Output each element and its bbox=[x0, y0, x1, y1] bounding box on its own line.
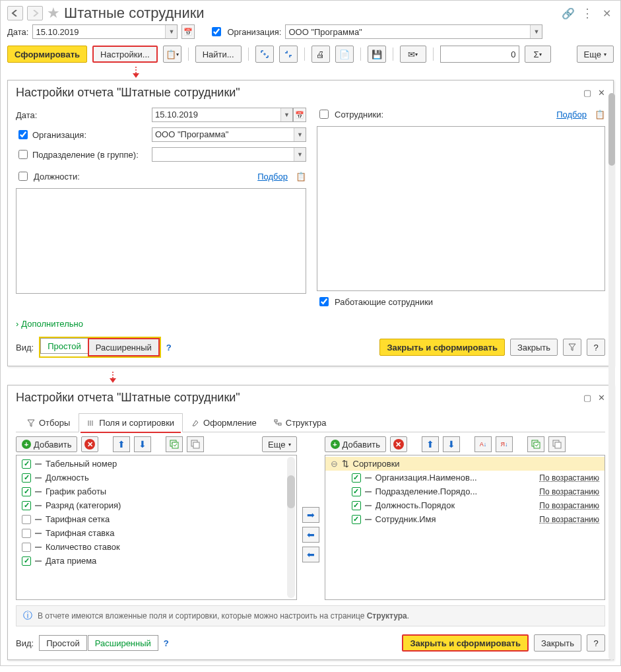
sort-move-up-button[interactable]: ⬆ bbox=[422, 436, 439, 452]
close-and-form-button[interactable]: Закрыть и сформировать bbox=[402, 634, 529, 652]
delete-field-button[interactable]: ✕ bbox=[81, 436, 98, 452]
checkbox-icon[interactable]: ✓ bbox=[22, 501, 31, 510]
working-checkbox[interactable] bbox=[319, 297, 329, 306]
field-item[interactable]: Количество ставок bbox=[16, 540, 296, 554]
help-button[interactable]: ? bbox=[166, 343, 172, 353]
tab-structure[interactable]: Структура bbox=[265, 413, 335, 432]
p1-employees-checkbox[interactable] bbox=[319, 110, 329, 119]
fields-listbox[interactable]: ✓Табельный номер✓Должность✓График работы… bbox=[16, 455, 297, 600]
nav-forward-button[interactable] bbox=[27, 6, 43, 20]
save-button[interactable]: 💾 bbox=[368, 46, 386, 63]
employees-textarea[interactable] bbox=[317, 126, 605, 291]
collapse-icon[interactable]: ⊖ bbox=[331, 459, 338, 469]
mail-button[interactable]: ✉▾ bbox=[400, 46, 426, 63]
help-icon-button[interactable]: ? bbox=[587, 339, 605, 356]
delete-sort-button[interactable]: ✕ bbox=[390, 436, 407, 452]
view-simple-tab[interactable]: Простой bbox=[40, 338, 88, 354]
maximize-icon[interactable]: ▢ bbox=[583, 393, 591, 403]
move-right-button[interactable]: ➡ bbox=[302, 507, 319, 523]
uncheck-all-button[interactable] bbox=[187, 436, 204, 452]
field-item[interactable]: ✓Табельный номер bbox=[16, 457, 296, 471]
more-button[interactable]: Еще▾ bbox=[577, 46, 614, 63]
expand-button[interactable] bbox=[255, 46, 274, 63]
move-all-left-button[interactable]: ⬅ bbox=[302, 547, 319, 562]
tab-format[interactable]: Оформление bbox=[183, 413, 265, 432]
sort-item[interactable]: ✓Должность.ПорядокПо возрастанию bbox=[325, 498, 605, 512]
form-button[interactable]: Сформировать bbox=[7, 46, 87, 63]
checkbox-icon[interactable]: ✓ bbox=[352, 501, 361, 510]
move-down-button[interactable]: ⬇ bbox=[134, 436, 151, 452]
sorts-listbox[interactable]: ⊖⇅Сортировки✓Организация.Наименов...По в… bbox=[325, 455, 606, 600]
window-close-button[interactable]: ✕ bbox=[600, 7, 614, 20]
p1-org-input[interactable]: ООО "Программа"▼ bbox=[152, 127, 306, 142]
calendar-button[interactable]: 📅 bbox=[293, 108, 306, 122]
find-button[interactable]: Найти... bbox=[195, 46, 242, 63]
view-simple-tab[interactable]: Простой bbox=[39, 635, 87, 651]
print-button[interactable]: 🖨 bbox=[311, 46, 330, 63]
field-item[interactable]: ✓График работы bbox=[16, 485, 296, 498]
nav-back-button[interactable] bbox=[7, 6, 23, 20]
check-all-button[interactable] bbox=[166, 436, 183, 452]
view-extended-tab[interactable]: Расширенный bbox=[88, 635, 158, 651]
add-sort-button[interactable]: +Добавить bbox=[325, 436, 386, 452]
tab-filters[interactable]: Отборы bbox=[18, 413, 79, 432]
move-up-button[interactable]: ⬆ bbox=[113, 436, 130, 452]
copy-icon[interactable]: 📋 bbox=[595, 110, 605, 119]
checkbox-icon[interactable]: ✓ bbox=[22, 556, 31, 566]
field-item[interactable]: Тарифная сетка bbox=[16, 512, 296, 526]
employees-select-link[interactable]: Подбор bbox=[556, 110, 587, 119]
checkbox-icon[interactable] bbox=[22, 515, 31, 524]
dropdown-icon[interactable]: ▼ bbox=[530, 25, 542, 38]
p1-org-checkbox[interactable] bbox=[18, 130, 28, 139]
positions-select-link[interactable]: Подбор bbox=[257, 172, 288, 182]
sort-direction[interactable]: По возрастанию bbox=[539, 473, 599, 483]
field-item[interactable]: ✓Дата приема bbox=[16, 554, 296, 568]
additional-link[interactable]: ›Дополнительно bbox=[16, 319, 605, 329]
tab-fields-sort[interactable]: Поля и сортировки bbox=[79, 413, 183, 432]
sort-item[interactable]: ✓Организация.Наименов...По возрастанию bbox=[325, 471, 605, 485]
sort-item[interactable]: ✓Подразделение.Порядо...По возрастанию bbox=[325, 485, 605, 498]
fields-more-button[interactable]: Еще▾ bbox=[262, 436, 296, 452]
main-scrollbar[interactable] bbox=[608, 93, 615, 660]
checkbox-icon[interactable]: ✓ bbox=[22, 459, 31, 469]
add-field-button[interactable]: +Добавить bbox=[16, 436, 77, 452]
view-extended-tab[interactable]: Расширенный bbox=[89, 339, 158, 355]
p1-dept-checkbox[interactable] bbox=[18, 150, 28, 159]
positions-textarea[interactable] bbox=[16, 188, 306, 294]
checkbox-icon[interactable] bbox=[22, 543, 31, 552]
checkbox-icon[interactable]: ✓ bbox=[352, 473, 361, 483]
close-button[interactable]: Закрыть bbox=[510, 339, 558, 356]
maximize-icon[interactable]: ▢ bbox=[583, 88, 591, 98]
collapse-button[interactable] bbox=[279, 46, 298, 63]
checkbox-icon[interactable]: ✓ bbox=[22, 473, 31, 483]
sort-direction[interactable]: По возрастанию bbox=[539, 515, 599, 524]
number-input[interactable]: 0 bbox=[440, 46, 519, 63]
field-item[interactable]: ✓Разряд (категория) bbox=[16, 498, 296, 512]
panel-close-button[interactable]: ✕ bbox=[598, 393, 605, 403]
checkbox-icon[interactable]: ✓ bbox=[22, 487, 31, 496]
settings-button[interactable]: Настройки... bbox=[92, 46, 158, 63]
date-input[interactable]: 15.10.2019 ▼ bbox=[32, 24, 178, 39]
link-icon[interactable]: 🔗 bbox=[562, 7, 575, 20]
org-input[interactable]: ООО "Программа" ▼ bbox=[285, 24, 542, 39]
filter-settings-button[interactable] bbox=[563, 339, 581, 356]
sort-direction[interactable]: По возрастанию bbox=[539, 487, 599, 496]
help-button[interactable]: ? bbox=[164, 638, 169, 648]
p1-positions-checkbox[interactable] bbox=[18, 172, 28, 181]
sort-item[interactable]: ✓Сотрудник.ИмяПо возрастанию bbox=[325, 512, 605, 526]
field-item[interactable]: Тарифная ставка bbox=[16, 526, 296, 540]
dropdown-icon[interactable]: ▼ bbox=[165, 25, 177, 38]
checkbox-icon[interactable]: ✓ bbox=[352, 515, 361, 524]
calendar-button[interactable]: 📅 bbox=[181, 24, 195, 39]
preview-button[interactable]: 📄 bbox=[335, 46, 354, 63]
sort-direction[interactable]: По возрастанию bbox=[539, 501, 599, 510]
sort-uncheck-all-button[interactable] bbox=[548, 436, 566, 452]
paste-button[interactable]: 📋▾ bbox=[163, 46, 181, 63]
close-and-form-button[interactable]: Закрыть и сформировать bbox=[379, 339, 505, 356]
field-item[interactable]: ✓Должность bbox=[16, 471, 296, 485]
checkbox-icon[interactable] bbox=[22, 529, 31, 538]
sort-header[interactable]: ⊖⇅Сортировки bbox=[325, 457, 605, 471]
checkbox-icon[interactable]: ✓ bbox=[352, 487, 361, 496]
copy-icon[interactable]: 📋 bbox=[296, 172, 306, 182]
sum-button[interactable]: Σ▾ bbox=[525, 46, 551, 63]
